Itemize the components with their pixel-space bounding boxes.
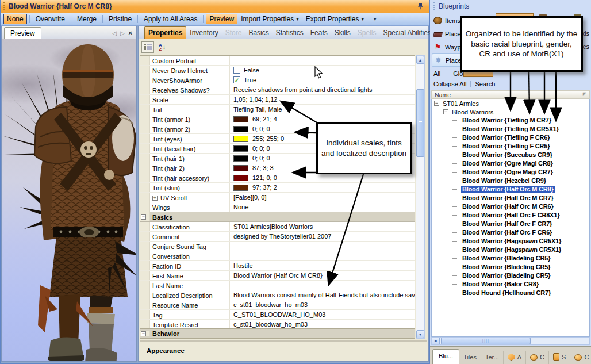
- color-swatch[interactable]: [233, 175, 248, 181]
- bottom-tab-tiles-1[interactable]: Tiles: [459, 351, 481, 364]
- tab-store[interactable]: Store: [222, 27, 245, 39]
- tree-row[interactable]: Blood Warrior {Hagspawn CR5X1}: [432, 237, 589, 246]
- expand-plus-icon[interactable]: +: [152, 196, 158, 201]
- category-row[interactable]: −Basics: [140, 212, 415, 222]
- tab-statistics[interactable]: Statistics: [273, 27, 307, 39]
- tree-row[interactable]: Blood Warrior {Ogre Magi CR8}: [432, 159, 589, 168]
- property-row[interactable]: Template Resrefc_st01_bloodwar_ho_m03: [140, 320, 415, 329]
- tree-row[interactable]: Blood Warrior {Bladeling CR5}: [432, 263, 589, 271]
- tab-inventory[interactable]: Inventory: [186, 27, 221, 39]
- tree-row[interactable]: Blood Warrior {Bladeling CR5}: [432, 271, 589, 280]
- behavior-category-row[interactable]: − Behavior: [140, 329, 415, 339]
- toolbar-button-import-properties[interactable]: Import Properties▾: [237, 14, 302, 24]
- property-row[interactable]: Never Draw HelmetFalse: [140, 66, 415, 75]
- collapse-minus-icon[interactable]: −: [141, 331, 146, 336]
- filter-all[interactable]: All: [433, 70, 440, 77]
- property-row[interactable]: Last Name: [140, 281, 415, 290]
- tree-row[interactable]: Blood Warrior {Half Orc F CR6}: [432, 228, 589, 237]
- nav-right-icon[interactable]: ▷: [120, 30, 125, 36]
- tab-feats[interactable]: Feats: [307, 27, 331, 39]
- toolbar-button-pristine[interactable]: Pristine: [105, 14, 135, 24]
- clipped-palette-label[interactable]: es: [582, 43, 589, 50]
- toolbar-button-none[interactable]: None: [3, 14, 27, 24]
- bottom-tab-c-4[interactable]: C: [526, 351, 549, 364]
- property-row[interactable]: Conversation: [140, 251, 415, 261]
- tab-properties[interactable]: Properties: [144, 26, 186, 39]
- property-row[interactable]: Resource Namec_st01_bloodwar_ho_m03: [140, 300, 415, 310]
- property-row[interactable]: Scale1,05; 1,04; 1,12: [140, 95, 415, 105]
- grid-vertical-scrollbar[interactable]: ▲ ▼: [416, 55, 425, 339]
- tree-row[interactable]: Blood Warrior {Tiefling F CR5}: [432, 142, 589, 151]
- property-row[interactable]: Localized DescriptionBlood Warriors cons…: [140, 290, 415, 300]
- tab-spells[interactable]: Spells: [354, 27, 380, 39]
- property-row[interactable]: TagC_ST01_BLOODWAR_HO_M03: [140, 310, 415, 320]
- preview-viewport[interactable]: [2, 39, 136, 361]
- tree-row[interactable]: Blood Warrior {Tiefling M CR5X1}: [432, 125, 589, 133]
- property-row[interactable]: Faction IDHostile: [140, 261, 415, 271]
- close-icon[interactable]: ✕: [128, 30, 133, 36]
- nav-left-icon[interactable]: ◁: [112, 30, 117, 36]
- search-button[interactable]: Search: [475, 81, 495, 87]
- property-row[interactable]: First NameBlood Warrior {Half Orc M CR8}: [140, 271, 415, 281]
- tab-basics[interactable]: Basics: [245, 27, 272, 39]
- tree-row[interactable]: Blood Warrior {Ogre Magi CR7}: [432, 168, 589, 177]
- categorized-view-button[interactable]: [141, 41, 154, 53]
- tree-row[interactable]: Blood Warrior {Bladeling CR5}: [432, 254, 589, 263]
- color-swatch[interactable]: [233, 126, 248, 132]
- property-row[interactable]: Commentdesigned by TheStoryteller01 2007: [140, 232, 415, 242]
- property-row[interactable]: Conjure Sound Tag: [140, 242, 415, 251]
- tree-horizontal-scrollbar[interactable]: ◄: [431, 337, 590, 345]
- property-row[interactable]: +UV Scroll[False][0, 0]: [140, 193, 415, 202]
- alphabetical-sort-button[interactable]: AZ ↓: [156, 41, 168, 53]
- tree-row[interactable]: Blood Warrior {Half Orc M CR6}: [432, 202, 589, 211]
- color-swatch[interactable]: [233, 136, 248, 142]
- tree-row[interactable]: Blood Warrior {Half Orc F CR8X1}: [432, 211, 589, 220]
- tree-row[interactable]: Blood Warrior {Half Orc M CR7}: [432, 194, 589, 202]
- tab-preview[interactable]: Preview: [4, 27, 41, 39]
- color-swatch[interactable]: [233, 145, 248, 152]
- tree-row[interactable]: Blood Warrior {Half Orc M CR8}: [432, 185, 589, 194]
- scroll-thumb[interactable]: [416, 89, 424, 157]
- tree-row[interactable]: Blood Warrior {Hagspawn CR5X1}: [432, 246, 589, 254]
- tree-column-header[interactable]: Name ◤: [431, 90, 590, 99]
- toolbar-button-merge[interactable]: Merge: [74, 14, 100, 24]
- color-swatch[interactable]: [233, 116, 248, 122]
- tree-row[interactable]: Blood Warrior {Tiefling F CR6}: [432, 133, 589, 142]
- bottom-tab-blu-0[interactable]: Blu...: [432, 349, 459, 364]
- property-row[interactable]: TailTiefling Tail, Male: [140, 105, 415, 114]
- tree-row[interactable]: Blood Hound {Hellhound CR7}: [432, 289, 589, 297]
- color-swatch[interactable]: [233, 165, 248, 171]
- toolbar-button-export-properties[interactable]: Export Properties▾: [302, 14, 367, 24]
- collapse-minus-icon[interactable]: −: [443, 109, 448, 114]
- checkbox-checked[interactable]: ✓: [233, 76, 240, 83]
- property-row[interactable]: Receives Shadows?Receive shadows from po…: [140, 85, 415, 95]
- tree-row[interactable]: Blood Warrior {Tiefling M CR7}: [432, 116, 589, 125]
- tree-row[interactable]: Blood Warrior {Balor CR8}: [432, 280, 589, 289]
- property-row[interactable]: Tint (hair accessory)121; 0; 0: [140, 173, 415, 183]
- scroll-down-icon[interactable]: ▼: [416, 330, 424, 338]
- pin-icon[interactable]: [417, 3, 424, 10]
- collapse-minus-icon[interactable]: −: [434, 101, 439, 106]
- tree-group-row[interactable]: −ST01 Armies: [432, 99, 589, 108]
- tab-special-abilities[interactable]: Special Abilities: [379, 27, 434, 39]
- property-row[interactable]: ClassificationST01 Armies|Blood Warriors: [140, 222, 415, 232]
- clipped-palette-label[interactable]: ds: [582, 30, 589, 37]
- collapse-all-button[interactable]: Collapse All: [433, 81, 466, 87]
- scroll-left-icon[interactable]: ◄: [432, 338, 440, 344]
- hscroll-thumb[interactable]: [441, 338, 531, 344]
- tree-row[interactable]: Blood Warrior {Half Orc F CR7}: [432, 220, 589, 228]
- bottom-tab-c-6[interactable]: C: [570, 351, 591, 364]
- property-row[interactable]: WingsNone: [140, 202, 415, 212]
- tree-row[interactable]: Blood Warrior {Hezebel CR9}: [432, 177, 589, 185]
- toolbar-overflow-button[interactable]: ▾: [372, 16, 378, 22]
- color-swatch[interactable]: [233, 155, 248, 162]
- bottom-tab-s-5[interactable]: S: [549, 351, 570, 364]
- toolbar-button-apply-to-all-areas[interactable]: Apply to All Areas: [140, 14, 201, 24]
- property-row[interactable]: Tint (skin)97; 37; 2: [140, 183, 415, 193]
- collapse-minus-icon[interactable]: −: [141, 214, 146, 220]
- property-row[interactable]: NeverShowArmor✓True: [140, 75, 415, 85]
- color-swatch[interactable]: [233, 185, 248, 191]
- toolbar-button-overwrite[interactable]: Overwrite: [32, 14, 68, 24]
- tree-row[interactable]: Blood Warrior {Succubus CR9}: [432, 151, 589, 159]
- bottom-tab-a-3[interactable]: A: [504, 351, 526, 364]
